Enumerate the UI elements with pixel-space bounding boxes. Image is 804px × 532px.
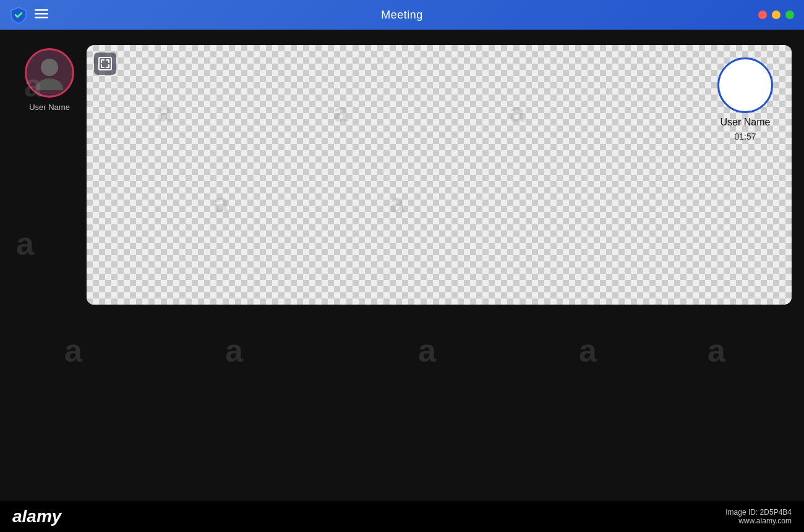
expand-button[interactable] (94, 53, 116, 75)
close-button[interactable] (758, 11, 767, 19)
avatar-icon (34, 56, 65, 90)
svg-point-4 (36, 78, 63, 90)
remote-user-avatar (717, 57, 773, 113)
title-bar-left (10, 6, 48, 23)
svg-rect-2 (35, 17, 48, 19)
alamy-logo: alamy (12, 507, 61, 526)
shield-icon (10, 6, 27, 23)
local-user-name: User Name (29, 103, 70, 112)
svg-rect-0 (35, 9, 48, 11)
alamy-bar: alamy Image ID: 2D5P4B4 www.alamy.com (0, 501, 804, 532)
video-feed (87, 45, 792, 305)
svg-rect-5 (99, 57, 111, 70)
svg-point-3 (41, 59, 58, 76)
local-user-avatar (25, 48, 74, 98)
title-bar: Meeting (0, 0, 804, 30)
main-content: a a a a a a a a a a a a a User Name (0, 30, 804, 495)
menu-icon[interactable] (35, 7, 48, 23)
alamy-info: Image ID: 2D5P4B4 www.alamy.com (725, 508, 792, 525)
video-container: User Name 01:57 a a a a a (87, 45, 792, 305)
maximize-button[interactable] (785, 11, 794, 19)
remote-user-panel: User Name 01:57 (717, 57, 773, 141)
alamy-image-id: Image ID: 2D5P4B4 (725, 508, 792, 517)
remote-user-name: User Name (721, 117, 771, 128)
svg-rect-1 (35, 13, 48, 15)
alamy-website: www.alamy.com (725, 517, 792, 525)
meeting-title: Meeting (381, 9, 423, 22)
minimize-button[interactable] (772, 11, 780, 19)
sidebar: User Name (12, 42, 87, 112)
remote-user-timer: 01:57 (734, 132, 756, 141)
expand-icon (98, 57, 112, 70)
window-controls (758, 11, 794, 19)
